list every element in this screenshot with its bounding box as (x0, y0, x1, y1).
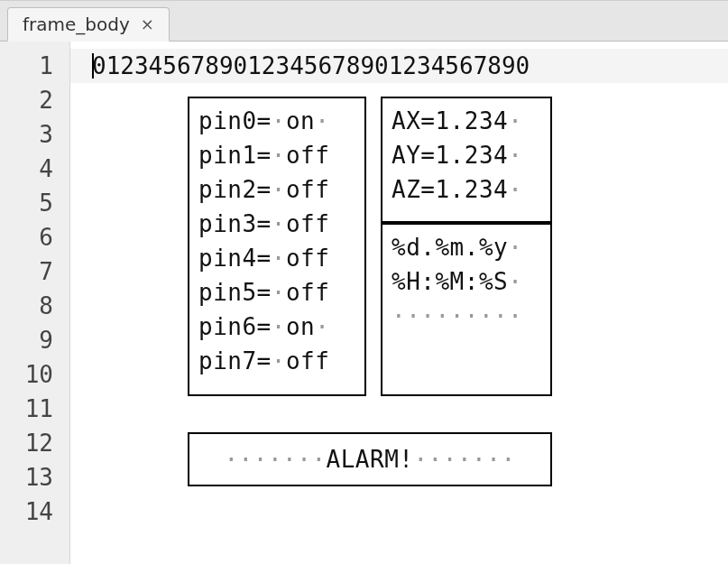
pin-line: pin5=·off (198, 275, 355, 310)
line-number: 13 (0, 460, 69, 495)
tab-frame-body[interactable]: frame_body × (7, 7, 170, 42)
clock-line: ········· (392, 299, 541, 333)
ruler-text: 0123456789012345678901234567890 (92, 52, 530, 79)
line-number: 3 (0, 117, 69, 152)
alarm-panel: ·······ALARM!······· (188, 432, 552, 486)
pin-line: pin3=·off (198, 207, 355, 241)
clock-panel: %d.%m.%y·%H:%M:%S·········· (381, 223, 552, 396)
pin-line: pin2=·off (198, 172, 355, 207)
line-number: 9 (0, 323, 69, 357)
accel-line: AX=1.234· (392, 104, 541, 138)
line-number: 5 (0, 186, 69, 220)
line-number-gutter: 1234567891011121314 (0, 42, 70, 564)
alarm-text: ·······ALARM!······· (198, 439, 541, 479)
line-number: 6 (0, 220, 69, 254)
pin-line: pin1=·off (198, 138, 355, 172)
accel-line: AY=1.234· (392, 138, 541, 172)
editor-line-14[interactable] (70, 495, 728, 529)
line-number: 14 (0, 495, 69, 529)
app-window: frame_body × 1234567891011121314 0123456… (0, 0, 728, 564)
line-number: 11 (0, 392, 69, 426)
editor[interactable]: 1234567891011121314 01234567890123456789… (0, 42, 728, 564)
clock-line: %d.%m.%y· (392, 230, 541, 264)
clock-line: %H:%M:%S· (392, 264, 541, 299)
line-number: 7 (0, 254, 69, 289)
close-icon[interactable]: × (139, 16, 156, 32)
pin-line: pin4=·off (198, 241, 355, 275)
pin-line: pin6=·on· (198, 310, 355, 344)
line-number: 12 (0, 426, 69, 460)
editor-line-1[interactable]: 0123456789012345678901234567890 (70, 49, 728, 83)
editor-line-11[interactable] (70, 392, 728, 426)
tab-bar: frame_body × (0, 0, 728, 42)
pin-line: pin7=·off (198, 344, 355, 378)
accel-line: AZ=1.234· (392, 172, 541, 207)
tab-title: frame_body (23, 14, 130, 35)
line-number: 8 (0, 289, 69, 323)
line-number: 4 (0, 152, 69, 186)
line-number: 2 (0, 83, 69, 117)
pin-line: pin0=·on· (198, 104, 355, 138)
accel-panel: AX=1.234·AY=1.234·AZ=1.234· (381, 97, 552, 223)
line-number: 1 (0, 49, 69, 83)
pins-panel: pin0=·on·pin1=·offpin2=·offpin3=·offpin4… (188, 97, 366, 396)
line-number: 10 (0, 357, 69, 392)
editor-content[interactable]: 0123456789012345678901234567890 pin0=·on… (70, 42, 728, 564)
